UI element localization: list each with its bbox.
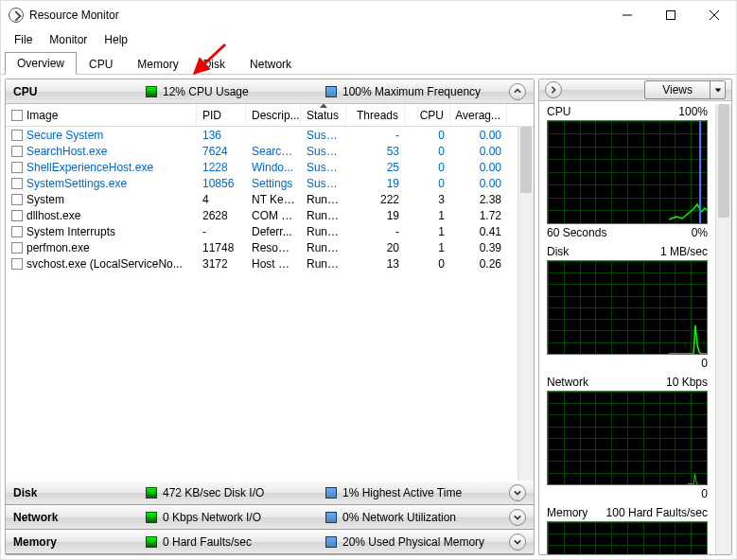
row-checkbox[interactable] (11, 162, 23, 173)
cell-threads: 222 (346, 193, 405, 206)
tab-memory[interactable]: Memory (125, 53, 190, 75)
row-checkbox[interactable] (11, 242, 23, 254)
col-image: Image (6, 104, 197, 126)
graph-block: Network10 Kbps0 (539, 372, 715, 502)
graph-title: CPU (547, 105, 570, 118)
cpu-column-headers[interactable]: Image PID Descrip... Status Threads CPU … (6, 104, 534, 127)
cell-status: Suspe... (301, 161, 346, 174)
cell-cpu: 1 (405, 209, 450, 222)
menu-help[interactable]: Help (97, 31, 135, 48)
cell-image: svchost.exe (LocalServiceNo... (26, 257, 183, 271)
views-dropdown-icon[interactable] (710, 81, 725, 98)
row-checkbox[interactable] (11, 194, 23, 205)
cell-pid: 1228 (197, 161, 246, 174)
cell-pid: 136 (197, 129, 246, 142)
memory-expand-button[interactable] (509, 534, 526, 551)
disk-panel-header[interactable]: Disk 472 KB/sec Disk I/O 1% Highest Acti… (6, 481, 534, 505)
network-expand-button[interactable] (509, 509, 526, 526)
table-row[interactable]: ShellExperienceHost.exe1228Windo...Suspe… (6, 159, 534, 175)
table-scrollbar[interactable] (518, 127, 534, 481)
views-button[interactable]: Views (644, 80, 726, 99)
menu-monitor[interactable]: Monitor (42, 31, 95, 48)
svg-rect-1 (667, 11, 676, 20)
cell-pid: - (197, 225, 246, 238)
disk-io-label: 472 KB/sec Disk I/O (163, 486, 264, 499)
minimize-button[interactable] (605, 1, 649, 29)
col-threads[interactable]: Threads (346, 104, 405, 126)
row-checkbox[interactable] (11, 226, 23, 237)
mem-used-label: 20% Used Physical Memory (342, 535, 484, 549)
cpu-panel-header[interactable]: CPU 12% CPU Usage 100% Maximum Frequency (6, 79, 534, 104)
col-description[interactable]: Descrip... (246, 104, 301, 126)
col-cpu[interactable]: CPU (405, 104, 450, 126)
memory-panel-header[interactable]: Memory 0 Hard Faults/sec 20% Used Physic… (6, 530, 534, 554)
graph-block: Memory100 Hard Faults/sec (539, 502, 715, 554)
graph-canvas (547, 120, 708, 224)
row-checkbox[interactable] (11, 210, 23, 221)
table-row[interactable]: SearchHost.exe7624Search...Suspe...5300.… (6, 143, 534, 159)
cell-cpu: 0 (405, 257, 450, 271)
table-row[interactable]: System4NT Ker...Runni...22232.38 (6, 191, 534, 207)
views-button-label: Views (645, 83, 710, 96)
right-pane-header: Views (539, 79, 731, 101)
menubar: File Monitor Help (1, 29, 736, 50)
cell-cpu: 0 (405, 177, 450, 190)
graphs-scrollbar[interactable] (715, 104, 731, 554)
network-panel-header[interactable]: Network 0 Kbps Network I/O 0% Network Ut… (6, 505, 534, 530)
graph-canvas (547, 391, 708, 485)
disk-panel-title: Disk (13, 486, 146, 499)
cell-pid: 7624 (197, 145, 246, 158)
menu-file[interactable]: File (7, 31, 40, 48)
titlebar: Resource Monitor (1, 1, 736, 29)
cell-description: Windo... (246, 161, 301, 174)
cell-description: Host Pr... (246, 257, 301, 271)
graph-block: Disk1 MB/sec0 (539, 241, 715, 372)
row-checkbox[interactable] (11, 258, 23, 270)
table-row[interactable]: perfmon.exe11748Resour...Runni...2010.39 (6, 239, 534, 255)
maximize-button[interactable] (649, 1, 693, 29)
left-pane: CPU 12% CPU Usage 100% Maximum Frequency… (5, 79, 535, 555)
graph-min: 0 (701, 357, 708, 370)
cpu-usage-label: 12% CPU Usage (163, 85, 249, 98)
col-pid[interactable]: PID (197, 104, 246, 126)
row-checkbox[interactable] (11, 130, 23, 141)
right-pane: Views CPU100%60 Seconds0%Disk1 MB/sec0Ne… (538, 79, 732, 555)
cell-status: Suspe... (301, 177, 346, 190)
cpu-collapse-button[interactable] (509, 83, 526, 100)
graphs-collapse-button[interactable] (545, 81, 562, 98)
cell-threads: 19 (346, 209, 405, 222)
disk-expand-button[interactable] (509, 484, 526, 501)
cell-description: Resour... (246, 241, 301, 254)
cell-status: Runni... (301, 241, 346, 254)
cell-average: 0.00 (450, 177, 507, 190)
sort-indicator-icon (320, 104, 327, 108)
mem-faults-swatch (146, 536, 157, 548)
cpu-freq-label: 100% Maximum Frequency (342, 85, 481, 98)
cell-threads: 20 (346, 241, 405, 254)
header-checkbox[interactable] (11, 110, 23, 121)
row-checkbox[interactable] (11, 178, 23, 189)
cell-description: Search... (246, 145, 301, 158)
tab-overview[interactable]: Overview (5, 52, 77, 75)
table-row[interactable]: System Interrupts-Deferr...Runni...-10.4… (6, 223, 534, 239)
net-io-swatch (146, 512, 157, 523)
tab-network[interactable]: Network (237, 53, 304, 75)
tab-cpu[interactable]: CPU (77, 53, 125, 75)
table-row[interactable]: SystemSettings.exe10856SettingsSuspe...1… (6, 175, 534, 191)
mem-faults-label: 0 Hard Faults/sec (163, 535, 252, 549)
table-row[interactable]: svchost.exe (LocalServiceNo...3172Host P… (6, 255, 534, 271)
cell-status: Suspe... (301, 145, 346, 158)
graph-max: 10 Kbps (666, 376, 708, 389)
cell-image: dllhost.exe (26, 209, 80, 222)
col-status[interactable]: Status (301, 104, 346, 126)
row-checkbox[interactable] (11, 146, 23, 157)
cell-pid: 4 (197, 193, 246, 206)
cell-image: ShellExperienceHost.exe (26, 161, 153, 174)
table-row[interactable]: Secure System136Suspe...-00.00 (6, 127, 534, 143)
col-average[interactable]: Averag... (450, 104, 507, 126)
tab-disk[interactable]: Disk (191, 53, 237, 75)
table-row[interactable]: dllhost.exe2628COM S...Runni...1911.72 (6, 207, 534, 223)
cell-image: perfmon.exe (26, 241, 90, 254)
cpu-usage-swatch (146, 86, 157, 97)
close-button[interactable] (693, 1, 736, 29)
